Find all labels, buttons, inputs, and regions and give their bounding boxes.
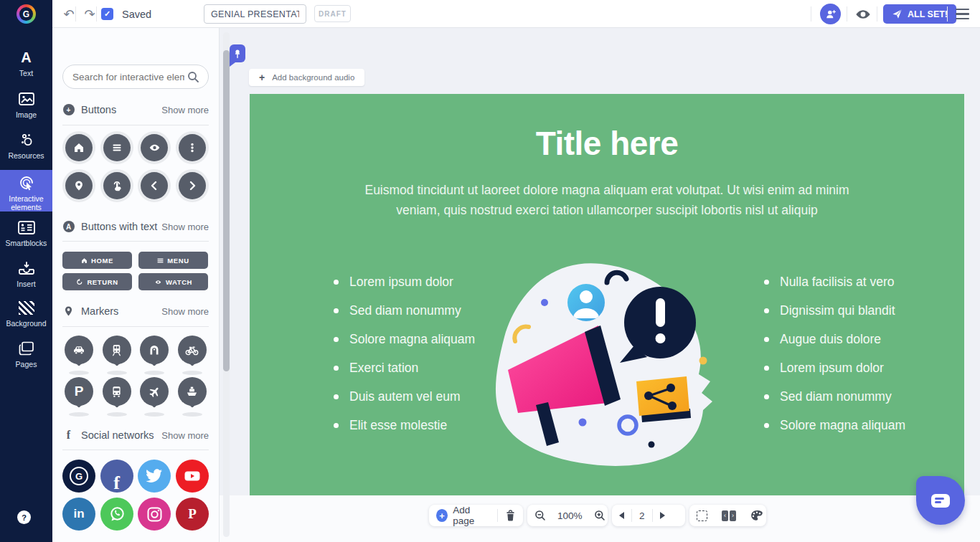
sidebar-item-insert[interactable]: Insert [0, 260, 52, 291]
sidebar-item-pages[interactable]: Pages [0, 340, 52, 371]
marker-train[interactable] [100, 336, 133, 375]
list-item[interactable]: Lorem ipsum dolor [764, 353, 905, 382]
list-item[interactable]: Duis autem vel eum [334, 382, 475, 411]
section-header-markers: Markers Show more [62, 303, 209, 320]
marker-shadow [69, 412, 89, 417]
marker-metro[interactable] [138, 336, 171, 375]
genially-logo[interactable]: G [0, 0, 52, 28]
list-item[interactable]: Sed diam nonummy [764, 382, 905, 411]
sidebar-item-smartblocks[interactable]: Smartblocks [0, 219, 52, 250]
marker-bus[interactable] [100, 377, 133, 417]
page-flip-button[interactable]: ‹› [715, 505, 743, 526]
list-item[interactable]: Elit esse molestie [334, 411, 475, 439]
button-location[interactable] [62, 169, 95, 202]
button-arrow-right[interactable] [176, 169, 209, 202]
marker-bicycle[interactable] [176, 336, 209, 375]
list-item[interactable]: Dignissim qui blandit [764, 296, 905, 325]
button-home[interactable] [62, 131, 95, 164]
social-linkedin[interactable]: in [62, 498, 95, 531]
slide-paragraph[interactable]: Euismod tincidunt ut laoreet dolore magn… [363, 180, 851, 221]
button-more-options[interactable] [176, 131, 209, 164]
bullet-list-right[interactable]: Nulla facilisis at vero Dignissim qui bl… [764, 267, 905, 439]
zoom-level: 100% [553, 510, 587, 521]
support-chat-button[interactable] [916, 476, 965, 525]
divider [877, 6, 877, 22]
sidebar-item-interactive-elements[interactable]: Interactive elements [0, 170, 52, 211]
panel-scrollbar-track[interactable] [223, 32, 230, 537]
next-page-button[interactable] [653, 505, 672, 526]
zoom-in-icon [594, 510, 606, 521]
social-instagram[interactable] [138, 498, 171, 531]
sidebar-item-text[interactable]: A Text [0, 49, 52, 80]
search-box[interactable] [62, 65, 209, 89]
collaborators-button[interactable] [820, 4, 841, 24]
section-header-social: f Social networks Show more [62, 427, 209, 444]
social-pinterest[interactable]: P [176, 498, 209, 531]
zoom-in-button[interactable] [587, 505, 613, 526]
sidebar-item-image[interactable]: Image [0, 90, 52, 122]
list-item[interactable]: Nulla facilisis at vero [764, 267, 905, 296]
genially-icon: G [70, 467, 88, 485]
button-arrow-left[interactable] [138, 169, 171, 202]
previous-page-button[interactable] [612, 505, 631, 526]
megaphone-illustration[interactable] [465, 252, 738, 482]
presentation-title-input[interactable] [204, 4, 306, 24]
add-page-button[interactable]: + Add page [429, 505, 497, 526]
panel-scrollbar-thumb[interactable] [223, 50, 230, 371]
show-more-markers[interactable]: Show more [161, 306, 209, 317]
letter-a-circle-icon: A [62, 221, 75, 233]
plus-icon: + [259, 72, 265, 83]
social-whatsapp[interactable] [100, 498, 133, 531]
main-menu-button[interactable] [956, 9, 969, 19]
list-item[interactable]: Augue duis dolore [764, 325, 905, 353]
theme-colors-button[interactable] [743, 505, 771, 526]
all-set-publish-button[interactable]: ALL SET! [883, 4, 956, 24]
interactive-elements-icon [0, 174, 52, 191]
list-item[interactable]: Sed diam nonummy [334, 296, 475, 325]
current-page-number: 2 [639, 510, 645, 521]
metro-icon [149, 344, 160, 356]
social-genially[interactable]: G [62, 460, 95, 493]
show-more-buttons-with-text[interactable]: Show more [161, 222, 209, 232]
list-item[interactable]: Exerci tation [334, 353, 475, 382]
sidebar-item-background[interactable]: Background [0, 299, 52, 331]
draft-badge[interactable]: DRAFT [314, 5, 351, 22]
button-eye[interactable] [138, 131, 171, 164]
help-button[interactable]: ? [17, 510, 31, 524]
marker-parking[interactable]: P [62, 377, 95, 417]
social-row-1: G f [62, 460, 209, 493]
text-button-home[interactable]: HOME [62, 252, 132, 269]
text-button-menu[interactable]: MENU [138, 252, 208, 269]
marker-taxi[interactable] [62, 336, 95, 375]
marker-plane[interactable] [138, 377, 171, 417]
button-menu[interactable] [100, 131, 133, 164]
divider [62, 125, 209, 125]
slide[interactable]: Title here Euismod tincidunt ut laoreet … [250, 94, 964, 495]
zoom-out-button[interactable] [527, 505, 553, 526]
preview-button[interactable] [854, 6, 872, 22]
slide-title[interactable]: Title here [250, 124, 964, 163]
pinned-badge[interactable] [230, 44, 245, 62]
sidebar-item-resources[interactable]: Resources [0, 131, 52, 163]
bullet-list-left[interactable]: Lorem ipsum dolor Sed diam nonummy Solor… [334, 267, 475, 439]
delete-page-button[interactable] [498, 505, 523, 526]
fit-screen-button[interactable] [689, 505, 715, 526]
show-more-social[interactable]: Show more [161, 430, 209, 441]
list-item[interactable]: Solore magna aliquam [764, 411, 905, 439]
text-button-watch[interactable]: WATCH [138, 273, 208, 290]
list-item[interactable]: Solore magna aliquam [334, 325, 475, 353]
marker-ship[interactable] [176, 377, 209, 417]
show-more-buttons[interactable]: Show more [161, 105, 209, 115]
home-icon [73, 142, 85, 153]
social-twitter[interactable] [138, 460, 171, 493]
social-facebook[interactable]: f [100, 460, 133, 493]
page-actions-pill: + Add page [429, 505, 523, 526]
list-item[interactable]: Lorem ipsum dolor [334, 267, 475, 296]
social-youtube[interactable] [176, 460, 209, 493]
search-input[interactable] [63, 72, 187, 82]
image-icon [0, 90, 52, 108]
text-button-return[interactable]: RETURN [62, 273, 132, 290]
button-tap[interactable] [100, 169, 133, 202]
divider [62, 241, 209, 242]
add-background-audio-button[interactable]: + Add background audio [249, 69, 364, 86]
